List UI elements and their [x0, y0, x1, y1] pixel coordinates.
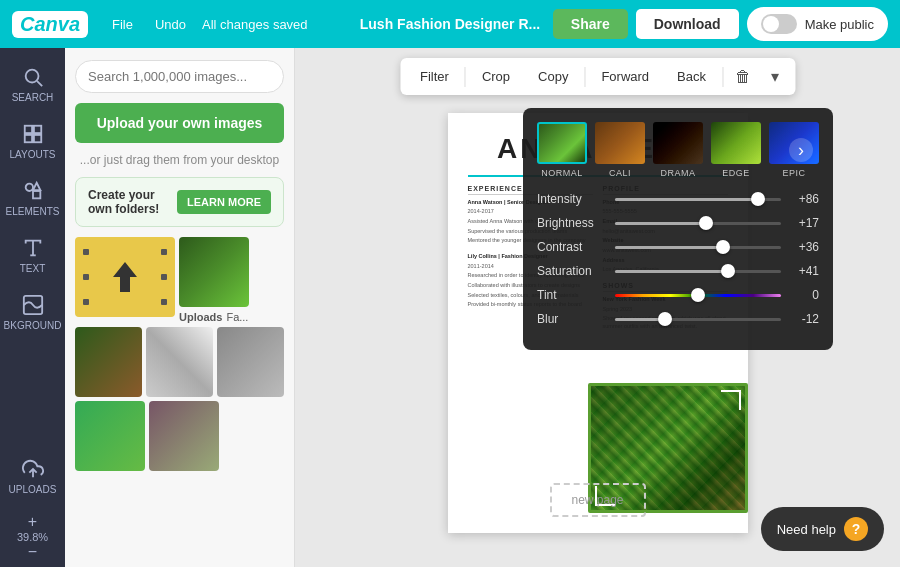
filter-panel: NORMAL CALI DRAMA EDGE [523, 108, 833, 350]
preset-normal-thumb [537, 122, 587, 164]
upload-thumb-3[interactable] [75, 327, 142, 397]
uploads-label-item: Uploads Fa... [179, 311, 249, 323]
contrast-fill [615, 246, 723, 249]
help-icon: ? [844, 517, 868, 541]
canvas-area[interactable]: Filter Crop Copy Forward Back 🗑 ▾ ANITA … [295, 48, 900, 567]
brightness-thumb[interactable] [699, 216, 713, 230]
upload-thumb-5[interactable] [217, 327, 284, 397]
svg-rect-3 [33, 126, 40, 133]
blur-row: Blur -12 [537, 312, 819, 326]
doc-title[interactable]: Lush Fashion Designer R... [360, 16, 540, 32]
upload-thumb-4[interactable] [146, 327, 213, 397]
svg-marker-13 [113, 262, 137, 292]
svg-point-0 [25, 70, 38, 83]
blur-track[interactable] [615, 318, 781, 321]
sliders-container: Intensity +86 Brightness +17 [537, 192, 819, 326]
back-button[interactable]: Back [665, 64, 718, 89]
zoom-plus[interactable]: + [28, 513, 37, 531]
more-button[interactable]: ▾ [763, 62, 787, 91]
svg-marker-8 [33, 183, 40, 190]
preset-cali-label: CALI [609, 168, 631, 178]
forward-button[interactable]: Forward [589, 64, 661, 89]
contrast-thumb[interactable] [716, 240, 730, 254]
preset-cali[interactable]: CALI [595, 122, 645, 178]
filter-presets-container: NORMAL CALI DRAMA EDGE [537, 122, 819, 178]
upload-arrow-icon [105, 257, 145, 297]
preset-edge-thumb [711, 122, 761, 164]
brightness-track[interactable] [615, 222, 781, 225]
need-help-label: Need help [777, 522, 836, 537]
upload-thumb-row-2 [75, 327, 284, 397]
intensity-thumb[interactable] [751, 192, 765, 206]
tint-row: Tint 0 [537, 288, 819, 302]
topbar-right: Share Download Make public [553, 7, 888, 41]
saturation-thumb[interactable] [721, 264, 735, 278]
contrast-track[interactable] [615, 246, 781, 249]
preset-drama[interactable]: DRAMA [653, 122, 703, 178]
undo-menu[interactable]: Undo [149, 13, 192, 36]
learn-more-button[interactable]: LEARN MORE [177, 190, 271, 214]
contrast-label: Contrast [537, 240, 607, 254]
upload-thumb-2[interactable] [179, 237, 249, 307]
blur-value: -12 [789, 312, 819, 326]
brightness-fill [615, 222, 706, 225]
saturation-row: Saturation +41 [537, 264, 819, 278]
zoom-control: + 39.8% − [11, 507, 54, 567]
main-layout: SEARCH LAYOUTS ELEMENTS TEXT BKGROUND UP… [0, 48, 900, 567]
sidebar-item-uploads[interactable]: UPLOADS [0, 450, 65, 503]
saturation-track[interactable] [615, 270, 781, 273]
preset-edge-label: EDGE [722, 168, 750, 178]
upload-thumb-row-1: Uploads Fa... [75, 237, 284, 323]
need-help-button[interactable]: Need help ? [761, 507, 884, 551]
download-button[interactable]: Download [636, 9, 739, 39]
file-menu[interactable]: File [106, 13, 139, 36]
svg-line-1 [37, 81, 42, 86]
canvas-toolbar: Filter Crop Copy Forward Back 🗑 ▾ [400, 58, 795, 95]
preset-edge[interactable]: EDGE [711, 122, 761, 178]
filter-presets: NORMAL CALI DRAMA EDGE [537, 122, 819, 178]
blur-thumb[interactable] [658, 312, 672, 326]
intensity-fill [615, 198, 758, 201]
toolbar-divider-2 [584, 67, 585, 87]
tint-track[interactable] [615, 294, 781, 297]
delete-button[interactable]: 🗑 [727, 63, 759, 91]
upload-thumb-6[interactable] [75, 401, 145, 471]
upload-button[interactable]: Upload your own images [75, 103, 284, 143]
filter-button[interactable]: Filter [408, 64, 461, 89]
search-input[interactable] [75, 60, 284, 93]
sidebar-item-background[interactable]: BKGROUND [0, 286, 65, 339]
brightness-row: Brightness +17 [537, 216, 819, 230]
add-page-button[interactable]: new page [549, 483, 645, 517]
saturation-value: +41 [789, 264, 819, 278]
preset-epic-label: EPIC [782, 168, 805, 178]
share-button[interactable]: Share [553, 9, 628, 39]
intensity-value: +86 [789, 192, 819, 206]
uploads-section: Uploads Fa... [75, 237, 284, 471]
make-public-button[interactable]: Make public [747, 7, 888, 41]
saved-status: All changes saved [202, 17, 308, 32]
folders-banner: Create your own folders! LEARN MORE [75, 177, 284, 227]
preset-drama-label: DRAMA [660, 168, 695, 178]
canva-logo: Canva [12, 11, 88, 38]
svg-point-6 [25, 184, 32, 191]
svg-rect-7 [33, 191, 40, 198]
upload-thumb-main[interactable] [75, 237, 175, 317]
preset-normal-label: NORMAL [541, 168, 583, 178]
sidebar-item-layouts[interactable]: LAYOUTS [0, 115, 65, 168]
zoom-minus[interactable]: − [28, 543, 37, 561]
tint-thumb[interactable] [691, 288, 705, 302]
blur-label: Blur [537, 312, 607, 326]
intensity-track[interactable] [615, 198, 781, 201]
copy-button[interactable]: Copy [526, 64, 580, 89]
sidebar-item-search[interactable]: SEARCH [0, 58, 65, 111]
preset-normal[interactable]: NORMAL [537, 122, 587, 178]
crop-button[interactable]: Crop [470, 64, 522, 89]
upload-thumb-7[interactable] [149, 401, 219, 471]
contrast-value: +36 [789, 240, 819, 254]
sidebar-item-text[interactable]: TEXT [0, 229, 65, 282]
contrast-row: Contrast +36 [537, 240, 819, 254]
brightness-label: Brightness [537, 216, 607, 230]
filter-next-button[interactable]: › [789, 138, 813, 162]
crop-handle-tr [721, 390, 741, 410]
sidebar-item-elements[interactable]: ELEMENTS [0, 172, 65, 225]
